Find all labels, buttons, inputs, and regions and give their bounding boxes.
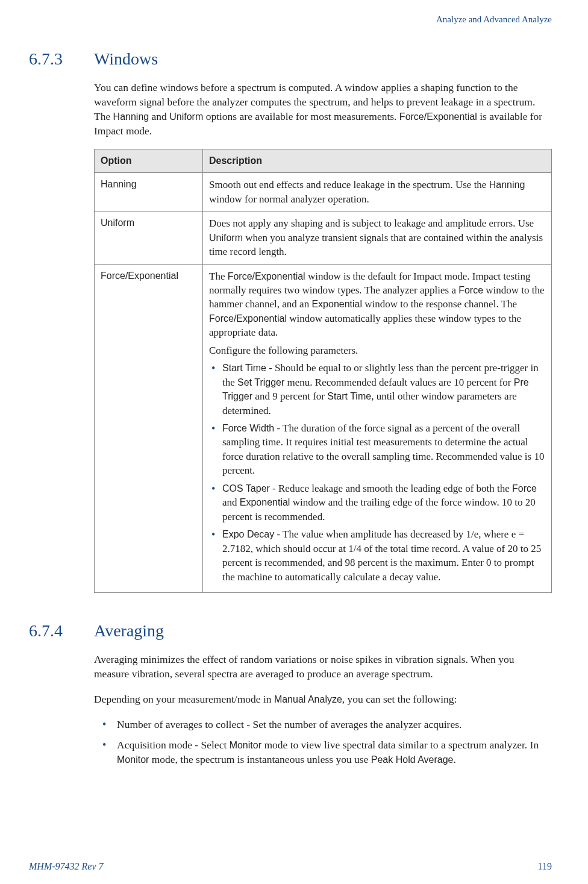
- param-start-time: Start Time: [222, 363, 266, 373]
- list-item: Expo Decay - The value when amplitude ha…: [222, 527, 545, 584]
- section-title-windows: Windows: [94, 49, 552, 69]
- text: and 9 percent for: [252, 390, 327, 402]
- text: - Reduce leakage and smooth the leading …: [270, 483, 512, 494]
- ui-exponential: Exponential: [240, 497, 290, 507]
- param-expo-decay: Expo Decay: [222, 529, 274, 539]
- windows-intro: You can define windows before a spectrum…: [94, 80, 552, 139]
- text: Number of averages to collect - Set the …: [117, 718, 461, 730]
- section-number-673: 6.7.3: [29, 49, 94, 610]
- text: window to the response channel. The: [362, 298, 517, 310]
- text: mode to view live spectral data similar …: [261, 739, 539, 751]
- ui-force-exponential: Force/Exponential: [209, 313, 287, 324]
- text: Depending on your measurement/mode in: [94, 693, 274, 705]
- option-force-exponential: Force/Exponential: [95, 264, 203, 593]
- averaging-p1: Averaging minimizes the effect of random…: [94, 652, 552, 681]
- desc-hanning: Smooth out end effects and reduce leakag…: [203, 173, 552, 212]
- ui-force: Force: [458, 285, 483, 295]
- ui-hanning: Hanning: [113, 111, 149, 122]
- list-item: Acquisition mode - Select Monitor mode t…: [117, 738, 552, 766]
- table-row: Uniform Does not apply any shaping and i…: [95, 212, 552, 264]
- ui-force-exponential: Force/Exponential: [399, 111, 477, 122]
- ui-exponential: Exponential: [311, 299, 362, 309]
- list-item: COS Taper - Reduce leakage and smooth th…: [222, 481, 545, 524]
- ui-manual-analyze: Manual Analyze: [274, 694, 342, 704]
- ui-uniform: Uniform: [169, 111, 203, 122]
- list-item: Number of averages to collect - Set the …: [117, 717, 552, 732]
- section-title-averaging: Averaging: [94, 621, 552, 641]
- text: Acquisition mode - Select: [117, 739, 230, 751]
- ui-start-time: Start Time: [327, 391, 371, 401]
- text: .: [453, 753, 455, 765]
- table-row: Hanning Smooth out end effects and reduc…: [95, 173, 552, 212]
- option-hanning: Hanning: [95, 173, 203, 212]
- fe-configure: Configure the following parameters.: [209, 343, 545, 357]
- text: mode, the spectrum is instantaneous unle…: [149, 753, 371, 765]
- text: and: [149, 110, 169, 122]
- col-option: Option: [95, 149, 203, 173]
- text: Smooth out end effects and reduce leakag…: [209, 179, 489, 190]
- ui-force-exponential: Force/Exponential: [228, 271, 305, 281]
- ui-peak-hold-average: Peak Hold Average: [371, 754, 454, 765]
- section-windows: 6.7.3 Windows You can define windows bef…: [29, 49, 552, 610]
- list-item: Force Width - The duration of the force …: [222, 421, 545, 478]
- ui-monitor: Monitor: [230, 740, 261, 750]
- averaging-p2: Depending on your measurement/mode in Ma…: [94, 692, 552, 706]
- option-uniform: Uniform: [95, 212, 203, 264]
- text: Does not apply any shaping and is subjec…: [209, 218, 534, 229]
- text: menu. Recommended default values are 10 …: [284, 377, 513, 388]
- col-description: Description: [203, 149, 552, 173]
- param-force-width: Force Width: [222, 423, 274, 433]
- text: options are available for most measureme…: [203, 110, 399, 122]
- running-header: Analyze and Advanced Analyze: [29, 14, 552, 25]
- text: , you can set the following:: [342, 693, 457, 705]
- ui-set-trigger: Set Trigger: [237, 377, 284, 387]
- table-header-row: Option Description: [95, 149, 552, 173]
- ui-uniform: Uniform: [209, 233, 243, 243]
- table-row: Force/Exponential The Force/Exponential …: [95, 264, 552, 593]
- windows-option-table: Option Description Hanning Smooth out en…: [94, 149, 552, 593]
- doc-id: MHM-97432 Rev 7: [29, 861, 104, 872]
- section-number-674: 6.7.4: [29, 621, 94, 773]
- page-footer: MHM-97432 Rev 7 119: [29, 861, 552, 872]
- averaging-bullets: Number of averages to collect - Set the …: [94, 717, 552, 766]
- page-number: 119: [538, 861, 552, 872]
- ui-force: Force: [512, 483, 537, 494]
- ui-hanning: Hanning: [489, 180, 525, 190]
- param-cos-taper: COS Taper: [222, 483, 270, 494]
- text: The: [209, 271, 228, 282]
- fe-param-list: Start Time - Should be equal to or sligh…: [209, 361, 545, 584]
- text: and: [222, 497, 240, 508]
- text: window for normal analyzer operation.: [209, 193, 369, 205]
- desc-force-exponential: The Force/Exponential window is the defa…: [203, 264, 552, 593]
- section-averaging: 6.7.4 Averaging Averaging minimizes the …: [29, 621, 552, 773]
- ui-monitor: Monitor: [117, 754, 149, 765]
- desc-uniform: Does not apply any shaping and is subjec…: [203, 212, 552, 264]
- list-item: Start Time - Should be equal to or sligh…: [222, 361, 545, 418]
- text: when you analyze transient signals that …: [209, 232, 543, 257]
